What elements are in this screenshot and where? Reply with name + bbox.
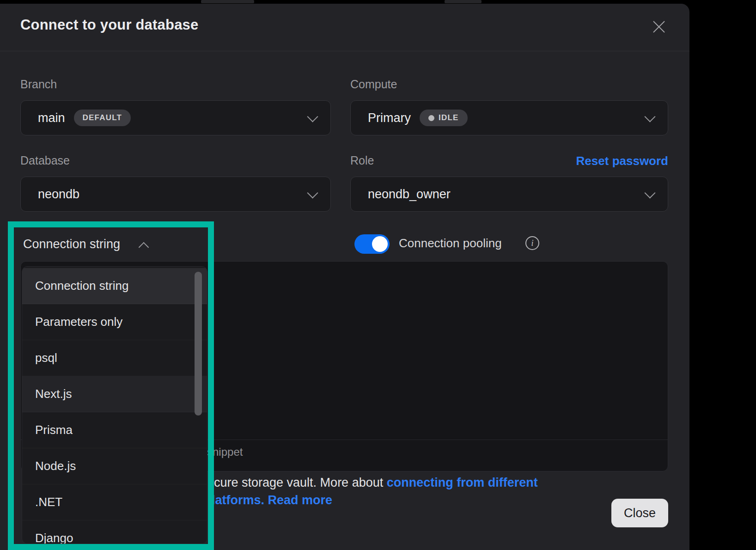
info-icon[interactable]: i xyxy=(525,236,539,250)
connection-type-option[interactable]: psql xyxy=(22,340,207,376)
database-select[interactable]: neondb xyxy=(20,177,331,212)
branch-default-badge: DEFAULT xyxy=(74,110,131,126)
chevron-down-icon xyxy=(307,111,318,122)
compute-label: Compute xyxy=(350,78,397,91)
connection-pooling-toggle[interactable] xyxy=(354,234,390,254)
read-more-link[interactable]: latforms. Read more xyxy=(212,493,332,507)
connection-type-label[interactable]: Connection string xyxy=(23,237,120,251)
branch-label: Branch xyxy=(20,78,57,91)
compute-idle-badge: IDLE xyxy=(420,110,468,126)
screen: Connect to your database Branch Compute … xyxy=(0,0,756,550)
reset-password-link[interactable]: Reset password xyxy=(576,154,668,168)
connection-type-option[interactable]: Django xyxy=(22,520,207,544)
dialog-title: Connect to your database xyxy=(20,17,198,33)
compute-select[interactable]: Primary IDLE xyxy=(350,100,668,135)
connection-type-option[interactable]: .NET xyxy=(22,484,207,520)
help-text-line2: latforms. Read more xyxy=(212,493,332,507)
page-behind-text-fragment xyxy=(445,0,482,3)
toggle-knob xyxy=(372,236,388,252)
branch-select[interactable]: main DEFAULT xyxy=(20,100,331,135)
status-dot-icon xyxy=(428,115,434,121)
scrollbar-thumb[interactable] xyxy=(195,272,202,416)
connection-type-option[interactable]: Connection string xyxy=(22,268,207,304)
database-label: Database xyxy=(20,154,70,167)
chevron-down-icon xyxy=(644,111,655,122)
chevron-down-icon xyxy=(644,187,655,198)
connecting-platforms-link[interactable]: connecting from different xyxy=(387,476,538,489)
close-icon[interactable] xyxy=(650,18,668,36)
connection-type-option[interactable]: Prisma xyxy=(22,412,207,448)
role-label: Role xyxy=(350,154,374,167)
compute-value: Primary xyxy=(368,111,411,125)
connection-type-option[interactable]: Parameters only xyxy=(22,304,207,340)
snippet-label[interactable]: snippet xyxy=(207,446,243,458)
page-behind-text-fragment xyxy=(201,0,254,3)
help-text-line1: cure storage vault. More about connectin… xyxy=(214,476,538,490)
chevron-down-icon xyxy=(307,187,318,198)
connection-type-list: Connection string Parameters only psql N… xyxy=(22,266,207,544)
connection-pooling-label: Connection pooling xyxy=(399,236,502,251)
database-value: neondb xyxy=(38,187,79,202)
header-divider xyxy=(0,51,689,51)
role-select[interactable]: neondb_owner xyxy=(350,177,668,212)
connection-type-option[interactable]: Node.js xyxy=(22,448,207,484)
connection-type-option[interactable]: Next.js xyxy=(22,376,207,412)
close-button[interactable]: Close xyxy=(611,499,668,527)
branch-value: main xyxy=(38,111,65,125)
role-value: neondb_owner xyxy=(368,187,451,202)
